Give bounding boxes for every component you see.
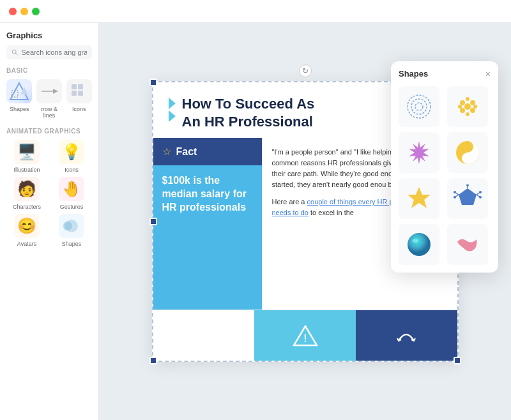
svg-point-37 [479, 191, 482, 193]
handle-top-left[interactable] [149, 79, 157, 86]
shapes-label: Shapes [10, 106, 29, 112]
spiral-shape [405, 93, 433, 121]
handle-bottom-right[interactable] [454, 357, 461, 364]
sidebar-item-icons[interactable]: Icons [66, 79, 92, 119]
shapes-panel: Shapes × [391, 61, 498, 273]
icons2-thumb: 💡 [59, 140, 84, 164]
svg-point-17 [415, 103, 423, 110]
spiky-shape [405, 139, 433, 167]
handle-middle-left[interactable] [149, 218, 157, 225]
svg-marker-6 [53, 89, 58, 94]
svg-point-23 [466, 97, 469, 101]
avatars-label: Avatars [17, 241, 36, 247]
search-icon [11, 49, 18, 56]
svg-rect-7 [72, 84, 77, 89]
svg-point-19 [460, 100, 465, 105]
search-bar[interactable] [6, 45, 92, 59]
icons-label: Icons [72, 106, 86, 112]
yinyang-shape [454, 139, 482, 167]
svg-point-21 [460, 108, 465, 113]
svg-point-25 [458, 105, 462, 109]
fact-body: $100k is the median salary for HR profes… [153, 165, 262, 323]
svg-point-16 [411, 99, 427, 114]
shapes-panel-close[interactable]: × [485, 70, 491, 79]
characters-thumb: 🧑 [14, 177, 40, 201]
sidebar-item-avatars[interactable]: 😊 Avatars [6, 214, 47, 247]
fact-title: Fact [176, 146, 197, 158]
shape-item-spiky[interactable] [399, 132, 439, 173]
paragraph-2-prefix: Here are a [272, 198, 307, 206]
gestures-thumb: 🤚 [59, 177, 84, 201]
star-icon: ☆ [162, 146, 171, 158]
rotate-handle[interactable]: ↻ [299, 64, 312, 77]
sidebar-item-illustration[interactable]: 🖥️ Illustration [6, 140, 47, 173]
fact-header: ☆ Fact [153, 138, 262, 165]
star-shape [405, 184, 433, 213]
avatars-thumb: 😊 [14, 214, 40, 238]
svg-point-41 [466, 184, 469, 186]
basic-items-grid: Shapes rrow & lines [6, 79, 92, 119]
brush-stroke-shape [454, 230, 482, 259]
sidebar-item-shapes2[interactable]: Shapes [51, 214, 92, 247]
svg-point-28 [466, 145, 469, 149]
shapes-grid [399, 86, 491, 265]
sidebar-item-icons2[interactable]: 💡 Icons [51, 140, 92, 173]
sidebar-item-gestures[interactable]: 🤚 Gestures [51, 177, 92, 210]
fact-text: $100k is the median salary for HR profes… [162, 174, 253, 214]
sidebar-item-characters[interactable]: 🧑 Characters [6, 177, 47, 210]
canvas-area[interactable]: ↻ How To Succeed AsAn HR Professional [99, 23, 511, 420]
lines-label: rrow & lines [36, 106, 63, 119]
shape-item-dots[interactable] [447, 86, 488, 127]
warning-icon: ! [293, 323, 318, 349]
shape-item-pentagon[interactable] [447, 178, 488, 219]
icons2-label: Icons [65, 167, 79, 173]
shapes2-thumb [59, 214, 84, 238]
basic-section-label: BASIC [6, 67, 92, 74]
bottom-row: ! [153, 310, 457, 361]
sidebar-item-shapes[interactable]: Shapes [6, 79, 33, 119]
maximize-button[interactable] [32, 8, 40, 15]
arrows-icon [393, 323, 419, 349]
pentagon-shape [454, 184, 482, 213]
animated-section-label: ANIMATED GRAPHICS [6, 128, 92, 135]
illustration-thumb: 🖥️ [14, 140, 40, 164]
app-body: Graphics BASIC Shapes [0, 23, 511, 420]
svg-rect-8 [78, 84, 83, 89]
traffic-lights [9, 8, 40, 15]
shapes-panel-header: Shapes × [399, 69, 491, 79]
shape-item-gradient-circle[interactable] [399, 224, 439, 265]
handle-bottom-left[interactable] [149, 357, 157, 364]
svg-point-40 [454, 196, 456, 199]
svg-line-1 [16, 53, 18, 55]
search-input[interactable] [21, 49, 87, 56]
shape-item-spiral[interactable] [399, 86, 439, 127]
bottom-cell-3 [356, 310, 457, 361]
gradient-circle-shape [405, 230, 433, 259]
sidebar-title: Graphics [6, 31, 92, 40]
svg-marker-31 [459, 188, 477, 205]
gestures-label: Gestures [60, 204, 84, 210]
svg-point-24 [466, 112, 469, 116]
svg-point-42 [408, 233, 431, 256]
close-button[interactable] [9, 8, 17, 15]
svg-point-12 [63, 221, 72, 230]
svg-point-39 [454, 191, 456, 193]
svg-point-38 [479, 196, 482, 199]
sidebar: Graphics BASIC Shapes [0, 23, 99, 420]
svg-marker-30 [408, 187, 431, 208]
svg-point-20 [470, 100, 475, 105]
svg-point-22 [470, 108, 475, 113]
shape-item-star[interactable] [399, 178, 439, 219]
shape-item-yinyang[interactable] [447, 132, 488, 173]
shapes-panel-title: Shapes [399, 69, 428, 79]
illustration-label: Illustration [13, 167, 40, 173]
characters-label: Characters [13, 204, 41, 210]
shape-item-brush[interactable] [447, 224, 488, 265]
minimize-button[interactable] [20, 8, 28, 15]
sidebar-item-lines[interactable]: rrow & lines [36, 79, 63, 119]
icons-thumb [66, 79, 92, 103]
lines-thumb [36, 79, 62, 103]
svg-rect-10 [78, 91, 83, 96]
chevron-2 [169, 110, 176, 122]
bottom-cell-1 [153, 310, 255, 361]
